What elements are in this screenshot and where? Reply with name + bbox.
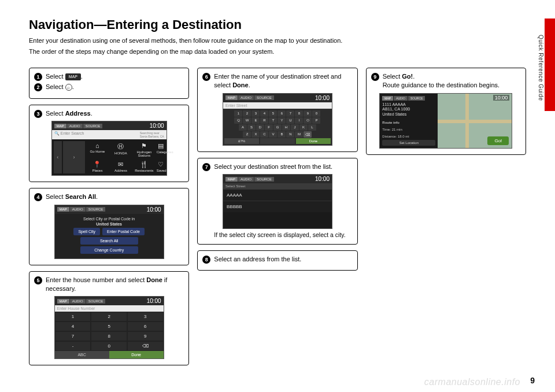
- step-number-8: 8: [202, 256, 210, 264]
- page-title: Navigation—Entering a Destination: [29, 17, 526, 32]
- step-box-1-2: 1 Select MAP. 2 Select ⌕.: [29, 68, 189, 99]
- step-4-text: Select Search All.: [46, 193, 184, 201]
- step-box-8: 8 Select an address from the list.: [197, 250, 357, 271]
- step-5-text: Enter the house number and select Done i…: [46, 276, 184, 294]
- go-button: Go!: [487, 136, 509, 145]
- step-7-note: If the select city screen is displayed, …: [214, 231, 352, 239]
- screenshot-step-6: MAP AUDIO SOURCE 10:00 Enter Street 1234…: [223, 93, 332, 146]
- step-3-text: Select Address.: [46, 109, 184, 118]
- search-icon: ⌕: [65, 84, 72, 91]
- step-box-4: 4 Select Search All. MAP AUDIO SOURCE 10…: [29, 188, 189, 265]
- intro-line-1: Enter your destination using one of seve…: [29, 36, 526, 46]
- step-box-5: 5 Enter the house number and select Done…: [29, 271, 189, 366]
- intro-line-2: The order of the steps may change depend…: [29, 47, 526, 57]
- step-number-2: 2: [34, 83, 42, 91]
- watermark: carmanualsonline.info: [424, 377, 520, 387]
- step-1-text: Select MAP.: [46, 72, 184, 81]
- step-number-1: 1: [34, 73, 42, 81]
- step-box-6: 6 Enter the name of your destination str…: [197, 68, 357, 152]
- step-number-4: 4: [34, 193, 42, 201]
- side-section-label: Quick Reference Guide: [538, 35, 544, 101]
- screenshot-step-3: MAP AUDIO SOURCE 10:00 🔍 Enter Search Se…: [51, 121, 167, 176]
- step-box-7: 7 Select your destination street from th…: [197, 158, 357, 245]
- step-box-3: 3 Select Address. MAP AUDIO SOURCE 10:00: [29, 105, 189, 182]
- step-number-7: 7: [202, 163, 210, 171]
- step-box-9: 9 Select Go!. Route guidance to the dest…: [366, 68, 526, 155]
- step-9-text: Select Go!. Route guidance to the destin…: [383, 72, 521, 90]
- step-number-9: 9: [371, 73, 379, 81]
- column-3: 9 Select Go!. Route guidance to the dest…: [366, 68, 526, 365]
- screenshot-step-9: MAP AUDIO SOURCE 1111 AAAAA AB11, CA 100…: [379, 93, 512, 149]
- map-badge: MAP: [65, 73, 81, 80]
- column-1: 1 Select MAP. 2 Select ⌕. 3 Select Add: [29, 68, 189, 365]
- screenshot-step-4: MAP AUDIO SOURCE 10:00 Select City or Po…: [54, 205, 164, 259]
- step-7-text: Select your destination street from the …: [214, 162, 352, 171]
- screenshot-step-7: MAP AUDIO SOURCE 10:00 Select Street AAA…: [223, 174, 332, 229]
- screenshot-step-5: MAP AUDIO SOURCE 10:00 Enter House Numbe…: [54, 296, 164, 359]
- column-2: 6 Enter the name of your destination str…: [197, 68, 357, 365]
- page-number: 9: [530, 376, 535, 385]
- step-number-6: 6: [202, 73, 210, 81]
- step-2-text: Select ⌕.: [46, 83, 184, 91]
- step-number-5: 5: [34, 276, 42, 284]
- step-6-text: Enter the name of your destination stree…: [214, 72, 352, 90]
- side-tab: [545, 19, 555, 111]
- step-number-3: 3: [34, 110, 42, 118]
- step-8-text: Select an address from the list.: [214, 255, 352, 264]
